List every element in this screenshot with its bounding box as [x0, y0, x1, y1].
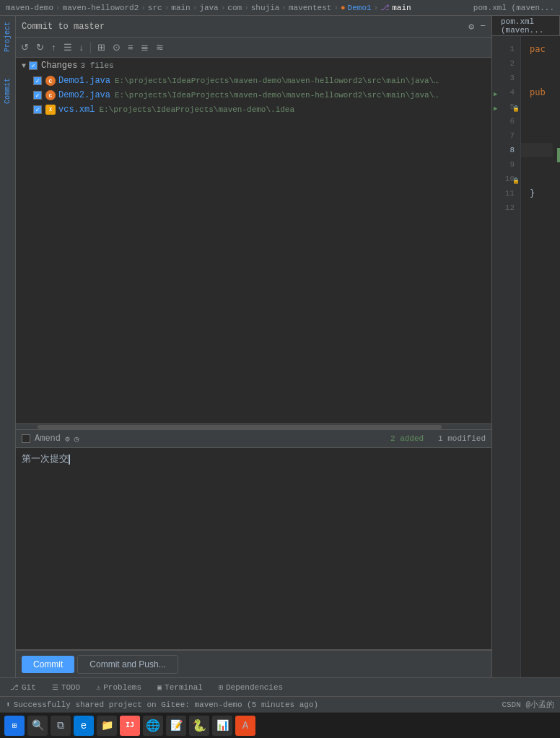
tab-dependencies[interactable]: ⊞ Dependencies — [211, 681, 290, 694]
file-checkbox-demo1[interactable]: ✓ — [33, 76, 42, 85]
toolbar-sort-btn[interactable]: ≡ — [126, 40, 136, 54]
taskbar-folder[interactable]: 📁 — [97, 716, 117, 736]
taskbar-search[interactable]: 🔍 — [27, 716, 48, 736]
amend-clock-icon[interactable]: ◷ — [74, 434, 79, 444]
code-line-2 — [521, 56, 553, 71]
dependencies-tab-icon: ⊞ — [219, 683, 223, 692]
file-name-demo1: Demo1.java — [58, 76, 110, 86]
action-buttons: Commit Commit and Push... — [16, 650, 491, 677]
code-keyword: pac — [530, 44, 546, 54]
line-num-12: 12 — [492, 201, 520, 215]
file-path-demo2: E:\projects\IdeaProjects\maven-demo\mave… — [115, 91, 439, 100]
breadcrumb-item[interactable]: maven-helloword2 — [63, 4, 139, 12]
changes-checkbox[interactable]: ✓ — [29, 61, 38, 70]
commit-message-area[interactable]: 第一次提交 — [16, 448, 491, 650]
taskbar-item-3[interactable]: 📝 — [166, 716, 186, 736]
file-item-demo2[interactable]: ✓ C Demo2.java E:\projects\IdeaProjects\… — [16, 88, 491, 102]
scroll-thumb[interactable] — [38, 425, 442, 429]
commit-and-push-button[interactable]: Commit and Push... — [77, 655, 178, 674]
editor-tab-indicator[interactable]: pom.xml (maven... — [473, 4, 554, 12]
status-icon: ⬆ — [6, 700, 11, 709]
commit-toolbar: ↺ ↻ ↑ ☰ ↓ ⊞ ⊙ ≡ ≣ ≋ — [16, 38, 491, 58]
toolbar-refresh-btn[interactable]: ↺ — [19, 40, 31, 54]
taskbar-edge[interactable]: e — [74, 716, 94, 736]
sidebar-item-commit[interactable]: Commit — [2, 72, 13, 110]
file-item-demo1[interactable]: ✓ C Demo1.java E:\projects\IdeaProjects\… — [16, 74, 491, 88]
git-tab-label: Git — [22, 683, 36, 692]
line-num-10: 10 🔒 — [492, 172, 520, 186]
toolbar-redo-btn[interactable]: ↻ — [34, 40, 46, 54]
sidebar-item-project[interactable]: Project — [2, 16, 13, 58]
line-num-6: 6 — [492, 114, 520, 128]
breadcrumb-sep: › — [333, 4, 338, 12]
file-checkbox-demo2[interactable]: ✓ — [33, 91, 42, 100]
breadcrumb-branch[interactable]: main — [392, 4, 411, 12]
minimize-icon[interactable]: − — [480, 21, 486, 32]
breadcrumb-item[interactable]: maven-demo — [6, 4, 53, 12]
tab-todo[interactable]: ☰ TODO — [45, 681, 87, 694]
toolbar-eye-btn[interactable]: ⊙ — [110, 40, 123, 54]
code-line-11: } — [521, 186, 553, 201]
breadcrumb-item[interactable]: src — [148, 4, 162, 12]
problems-tab-icon: ⚠ — [96, 683, 100, 692]
settings-icon[interactable]: ⚙ — [468, 21, 474, 32]
terminal-tab-icon: ▣ — [157, 683, 162, 692]
taskbar-start[interactable]: ⊞ — [4, 716, 25, 736]
line-num-3: 3 — [492, 71, 520, 85]
changes-label: Changes — [41, 61, 77, 71]
breadcrumb-file[interactable]: Demo1 — [348, 4, 372, 12]
tab-git[interactable]: ⎇ Git — [3, 681, 43, 694]
amend-checkbox[interactable] — [22, 434, 30, 443]
editor-tab-pom[interactable]: pom.xml (maven... — [492, 16, 560, 35]
changes-header[interactable]: ▼ ✓ Changes 3 files — [16, 58, 491, 74]
java-icon-demo2: C — [45, 90, 56, 100]
toolbar-up-btn[interactable]: ↑ — [49, 40, 58, 54]
breadcrumb-sep: › — [374, 4, 379, 12]
status-text: Successfully shared project on Gitee: ma… — [14, 700, 318, 709]
commit-panel: Commit to master ⚙ − ↺ ↻ ↑ ☰ ↓ ⊞ ⊙ ≡ ≣ ≋… — [16, 16, 492, 677]
problems-tab-label: Problems — [103, 683, 141, 692]
amend-settings-icon[interactable]: ⚙ — [65, 434, 70, 444]
taskbar-idea[interactable]: IJ — [120, 716, 140, 736]
line-num-2: 2 — [492, 56, 520, 71]
file-checkbox-vcs[interactable]: ✓ — [33, 105, 42, 114]
taskbar-item-6[interactable]: A — [235, 716, 255, 736]
taskbar-item-4[interactable]: 🐍 — [189, 716, 209, 736]
code-area[interactable]: pac pub } — [521, 36, 553, 677]
breadcrumb-item[interactable]: shujia — [251, 4, 280, 12]
dependencies-tab-label: Dependencies — [226, 683, 283, 692]
toolbar-more-btn[interactable]: ≋ — [154, 40, 166, 54]
code-keyword-pub4: pub — [530, 87, 546, 97]
line-num-7: 7 — [492, 128, 520, 143]
xml-icon-vcs: X — [45, 105, 56, 115]
tab-problems[interactable]: ⚠ Problems — [89, 681, 149, 694]
breadcrumb-item[interactable]: com — [227, 4, 242, 12]
code-line-4: pub — [521, 85, 553, 100]
amend-left: Amend ⚙ ◷ — [22, 434, 79, 444]
csdn-label: CSDN @小孟的 — [502, 699, 554, 710]
taskbar-chrome[interactable]: 🌐 — [143, 716, 163, 736]
toolbar-list-btn[interactable]: ☰ — [61, 40, 74, 54]
code-line-6 — [521, 114, 553, 128]
bottom-tabs: ⎇ Git ☰ TODO ⚠ Problems ▣ Terminal ⊞ Dep… — [0, 677, 560, 696]
code-brace: } — [530, 188, 535, 198]
stats-sep — [429, 434, 434, 443]
breadcrumb-item[interactable]: java — [199, 4, 218, 12]
taskbar-task-view[interactable]: ⧉ — [51, 716, 71, 736]
taskbar-item-5[interactable]: 📊 — [212, 716, 232, 736]
todo-tab-label: TODO — [61, 683, 80, 692]
horizontal-scrollbar[interactable] — [16, 423, 491, 429]
line-numbers: 1 2 3 4 ▶ 5 ▶ 🔒 6 7 8 9 10 🔒 — [492, 36, 521, 677]
toolbar-filter-btn[interactable]: ≣ — [139, 40, 151, 54]
toolbar-grid-btn[interactable]: ⊞ — [95, 40, 108, 54]
line-num-1: 1 — [492, 42, 520, 56]
breadcrumb-sep: › — [141, 4, 146, 12]
toolbar-down-btn[interactable]: ↓ — [77, 40, 87, 54]
commit-button[interactable]: Commit — [22, 656, 74, 673]
code-line-1: pac — [521, 42, 553, 56]
breadcrumb-item[interactable]: main — [171, 4, 190, 12]
tab-terminal[interactable]: ▣ Terminal — [150, 681, 210, 694]
file-item-vcs[interactable]: ✓ X vcs.xml E:\projects\IdeaProjects\mav… — [16, 102, 491, 117]
breadcrumb-item[interactable]: maventest — [289, 4, 331, 12]
editor-panel: pom.xml (maven... 1 2 3 4 ▶ 5 ▶ 🔒 6 — [492, 16, 560, 677]
